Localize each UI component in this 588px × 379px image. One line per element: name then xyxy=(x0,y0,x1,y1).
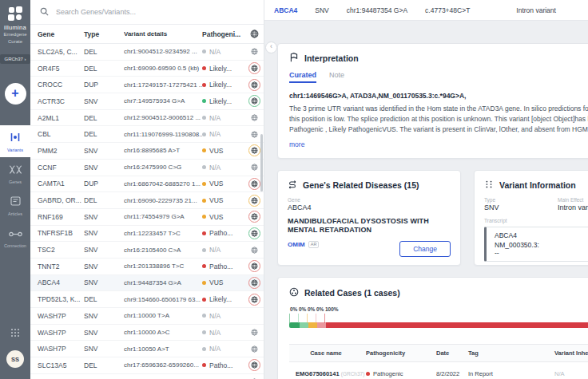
pathogenicity-cell: Likely... xyxy=(202,65,245,73)
col-case-tag[interactable]: Tag xyxy=(465,349,551,357)
add-button[interactable]: + xyxy=(5,83,26,105)
table-row[interactable]: OR4F5DELchr1:69090-69590 0.5 (kb)Likely.… xyxy=(30,61,264,77)
sidebar-item-genes[interactable]: Genes xyxy=(0,157,30,189)
summary-gene-link[interactable]: ABCA4 xyxy=(274,6,297,14)
globe-icon[interactable] xyxy=(248,178,260,190)
variant-list-panel: Gene Type Variant details Pathogeni... S… xyxy=(30,0,264,379)
variant-details-cell: chr1:6867042-6885270 1... xyxy=(124,180,202,188)
table-row[interactable]: PMM2, CAR...DUPchr16:8891725-8941887 ...… xyxy=(30,374,264,379)
globe-icon[interactable] xyxy=(248,144,260,156)
type-cell: DEL xyxy=(84,295,124,303)
gene-cell: TNNT2 xyxy=(30,263,84,270)
col-variant-inheritance[interactable]: Variant Inheritance xyxy=(551,349,588,357)
col-case-name[interactable]: Case name xyxy=(289,349,363,357)
globe-icon[interactable] xyxy=(248,62,260,74)
variant-details-cell: chr1:69090-2229735 21... xyxy=(124,197,202,204)
globe-icon[interactable] xyxy=(248,211,260,223)
col-case-pathogenicity[interactable]: Pathogenicity xyxy=(363,349,433,357)
table-row[interactable]: SLC13A5DELchr17:6596362-6599260...Patho.… xyxy=(30,357,264,374)
pathogenicity-bar xyxy=(289,322,588,328)
table-row[interactable]: CROCCDUPchr1:17249157-17275421 ...Likely… xyxy=(30,77,264,93)
globe-icon[interactable] xyxy=(248,112,260,124)
globe-icon[interactable] xyxy=(248,128,260,140)
col-variant-details[interactable]: Variant details xyxy=(124,30,202,38)
table-row[interactable]: CBLDELchr11:119076999-1190808...N/A xyxy=(30,126,264,143)
table-row[interactable]: ABCA4SNVchr1:94487354 G>AVUS xyxy=(30,275,264,292)
table-row[interactable]: A2ML1DELchr12:9004512-9006512 ...N/A xyxy=(30,110,264,127)
pathogenicity-cell: N/A xyxy=(202,246,245,254)
globe-icon[interactable] xyxy=(248,79,260,91)
type-cell: SNV xyxy=(84,164,124,172)
interpretation-variant-line: chr1:1469546G>A, ATAD3A,NM_001170535.3:c… xyxy=(289,92,588,100)
omim-link[interactable]: OMIM xyxy=(288,241,305,248)
left-rail: illumina EmedgeneCurate GRCh37 › + Varia… xyxy=(0,0,30,379)
table-row[interactable]: RNF169SNVchr11:74554979 G>AVUS xyxy=(30,209,264,226)
col-globe-icon[interactable] xyxy=(245,30,264,38)
globe-icon[interactable] xyxy=(248,195,260,207)
case-row[interactable]: EMG675060141 (GRCh37)Pathogenic8/2/2022I… xyxy=(289,362,588,379)
table-row[interactable]: CCNFSNVchr16:2475990 C>GN/A xyxy=(30,160,264,176)
globe-icon[interactable] xyxy=(248,277,260,289)
pathogenicity-cell: Likely... xyxy=(202,81,245,89)
table-row[interactable]: WASH7PSNVchr1:10000 A>CN/A xyxy=(30,325,264,341)
globe-cell xyxy=(245,227,264,239)
table-row[interactable]: PMM2SNVchr16:8895685 A>TVUS xyxy=(30,143,264,160)
table-row[interactable]: SLC2A5, C...DELchr1:9004512-9234592 ...N… xyxy=(30,44,264,61)
search-input[interactable] xyxy=(54,7,241,17)
globe-icon[interactable] xyxy=(248,326,260,338)
pathogenicity-cell: N/A xyxy=(202,345,245,353)
transcript-more: -- xyxy=(495,249,588,257)
table-row[interactable]: WASH7PSNVchr1:10050 A>TN/A xyxy=(30,341,264,357)
globe-icon[interactable] xyxy=(248,376,260,379)
col-pathogenicity[interactable]: Pathogeni... xyxy=(202,30,245,38)
gene-cell: TPD52L3, K... xyxy=(30,295,84,303)
globe-icon[interactable] xyxy=(248,45,260,57)
globe-icon[interactable] xyxy=(248,294,260,306)
case-name[interactable]: EMG675060141 (GRCh37) xyxy=(289,370,363,377)
sidebar-item-connection[interactable]: Connection xyxy=(0,221,30,253)
table-scrollbar[interactable] xyxy=(260,134,263,191)
dna-icon xyxy=(9,163,22,177)
type-cell: SNV xyxy=(84,278,124,286)
panel-gap: ‹ xyxy=(264,21,277,379)
globe-icon[interactable] xyxy=(248,227,260,239)
sidebar-item-variants[interactable]: Variants xyxy=(0,125,30,157)
globe-icon[interactable] xyxy=(248,343,260,355)
globe-icon[interactable] xyxy=(248,260,260,272)
table-row[interactable]: TSC2SNVchr16:2105400 C>AN/A xyxy=(30,242,264,259)
more-link[interactable]: more xyxy=(289,140,304,148)
user-avatar[interactable]: SS xyxy=(6,350,24,368)
tab-note[interactable]: Note xyxy=(329,71,344,83)
variant-information-card: Variant Information Type SNV Main Effect… xyxy=(474,170,588,266)
table-row[interactable]: TPD52L3, K...DELchr9:154660-6506179 63..… xyxy=(30,291,264,308)
sidebar-item-articles[interactable]: Articles xyxy=(0,189,30,221)
bar-ticks: 0%0%0%0%100% xyxy=(289,306,588,322)
table-row[interactable]: GABRD, OR...DELchr1:69090-2229735 21...V… xyxy=(30,192,264,209)
type-cell: SNV xyxy=(84,229,124,237)
type-cell: SNV xyxy=(84,213,124,221)
globe-icon[interactable] xyxy=(248,161,260,173)
table-row[interactable]: WASH7PSNVchr1:10000 T>AN/A xyxy=(30,308,264,325)
collapse-panel-button[interactable]: ‹ xyxy=(265,41,277,53)
case-tag: In Report xyxy=(465,370,551,377)
genome-build-selector[interactable]: GRCh37 › xyxy=(0,54,30,64)
tab-curated[interactable]: Curated xyxy=(289,71,316,83)
gene-cell: A2ML1 xyxy=(30,114,84,122)
col-type[interactable]: Type xyxy=(84,30,124,38)
gene-cell: WASH7P xyxy=(30,345,84,353)
table-row[interactable]: TNFRSF1BSNVchr1:12233457 T>CPatho... xyxy=(30,226,264,243)
col-gene[interactable]: Gene xyxy=(30,30,84,38)
globe-icon[interactable] xyxy=(248,95,260,107)
gene-cell: TNFRSF1B xyxy=(30,229,84,237)
table-row[interactable]: CAMTA1DUPchr1:6867042-6885270 1...VUS xyxy=(30,176,264,193)
globe-icon[interactable] xyxy=(248,359,260,371)
globe-icon[interactable] xyxy=(248,244,260,256)
change-button[interactable]: Change xyxy=(399,241,451,257)
globe-cell xyxy=(245,260,264,272)
pathogenicity-distribution: 0%0%0%0%100% xyxy=(289,306,588,328)
table-row[interactable]: ACTR3CSNVchr7:149575934 G>ALikely... xyxy=(30,93,264,110)
col-case-date[interactable]: Date xyxy=(433,349,465,357)
table-row[interactable]: TNNT2SNVchr1:201338896 T>CPatho... xyxy=(30,259,264,275)
app-switcher-icon[interactable] xyxy=(10,328,20,338)
transcript-box[interactable]: ABCA4 NM_000350.3: c.4773+48C>T -- xyxy=(484,227,588,262)
